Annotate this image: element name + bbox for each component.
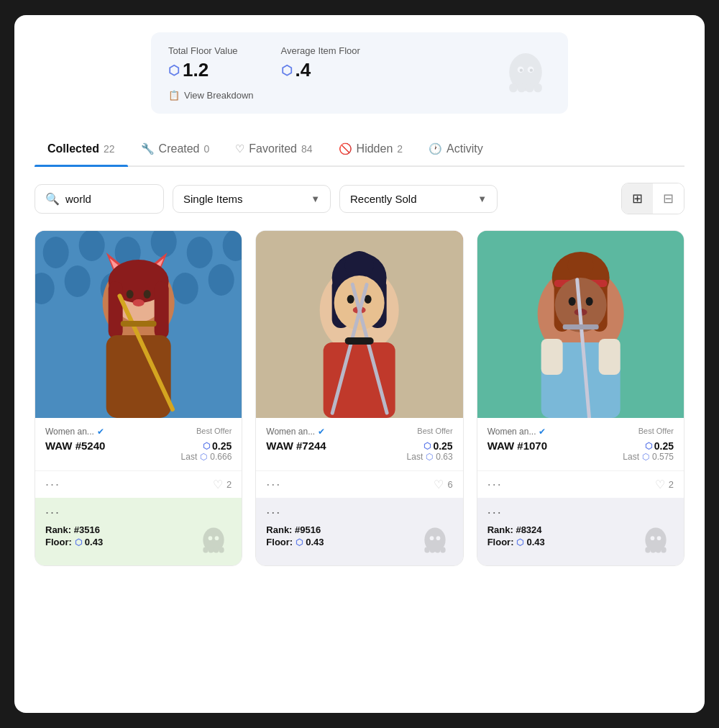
dots-menu-3[interactable]: ··· xyxy=(487,477,503,492)
footer-ghost-2 xyxy=(417,524,453,557)
recently-sold-dropdown[interactable]: Recently Sold ▼ xyxy=(339,185,498,213)
tab-favorited-label: Favorited xyxy=(249,142,297,155)
ghost-logo xyxy=(500,48,551,99)
footer-dots-2: ··· xyxy=(266,505,452,520)
svg-rect-4 xyxy=(533,83,541,92)
tab-created[interactable]: 🔧 Created 0 xyxy=(128,134,223,165)
nft-card-1: Women an... ✔ Best Offer WAW #5240 ⬡ 0.2… xyxy=(35,230,242,566)
card-name-row-1: WAW #5240 ⬡ 0.25 xyxy=(45,440,232,452)
footer-dots-1: ··· xyxy=(45,505,232,520)
svg-rect-30 xyxy=(155,281,169,339)
svg-point-10 xyxy=(43,237,69,268)
verified-icon-3: ✔ xyxy=(539,427,546,437)
eth-icon-card-3: ⬡ xyxy=(645,441,652,451)
like-btn-2[interactable]: ♡ 6 xyxy=(434,478,452,491)
eth-icon-total: ⬡ xyxy=(168,63,180,78)
eth-last-2: ⬡ xyxy=(426,452,433,462)
footer-rank-1: Rank: #3516 xyxy=(45,524,103,535)
best-offer-label-2: Best Offer xyxy=(417,427,452,435)
tab-collected[interactable]: Collected 22 xyxy=(35,134,128,165)
tab-favorited-count: 84 xyxy=(301,143,313,155)
heart-icon-3: ♡ xyxy=(655,478,665,491)
hidden-icon: 🚫 xyxy=(339,142,352,155)
stats-card: Total Floor Value ⬡ 1.2 Average Item Flo… xyxy=(151,32,568,114)
svg-point-75 xyxy=(568,297,575,306)
svg-rect-87 xyxy=(661,547,666,553)
svg-point-8 xyxy=(530,68,533,71)
search-input[interactable] xyxy=(65,193,145,205)
eth-floor-3: ⬡ xyxy=(516,537,523,547)
svg-rect-85 xyxy=(651,547,656,553)
card-image-3 xyxy=(477,231,684,418)
svg-rect-80 xyxy=(598,339,620,375)
svg-point-32 xyxy=(144,290,151,299)
svg-rect-62 xyxy=(435,547,440,553)
like-btn-1[interactable]: ♡ 2 xyxy=(213,478,232,491)
svg-point-7 xyxy=(520,68,523,71)
verified-icon-1: ✔ xyxy=(97,427,104,437)
card-image-2 xyxy=(256,231,462,418)
card-actions-3: ··· ♡ 2 xyxy=(477,470,684,498)
card-collection-1: Women an... ✔ xyxy=(45,427,104,437)
total-floor-stat: Total Floor Value ⬡ 1.2 xyxy=(168,45,238,81)
card-body-3: Women an... ✔ Best Offer WAW #1070 ⬡ 0.2… xyxy=(477,418,684,470)
card-top-1: Women an... ✔ Best Offer xyxy=(45,427,232,437)
grid-view-btn[interactable]: ⊞ xyxy=(622,183,653,214)
recently-sold-label: Recently Sold xyxy=(350,193,417,205)
svg-point-31 xyxy=(127,290,134,299)
like-btn-3[interactable]: ♡ 2 xyxy=(655,478,674,491)
card-top-3: Women an... ✔ Best Offer xyxy=(487,427,674,437)
card-top-2: Women an... ✔ Best Offer xyxy=(266,427,452,437)
footer-floor-3: Floor: ⬡ 0.43 xyxy=(487,537,545,547)
last-row-2: Last ⬡ 0.63 xyxy=(266,452,452,462)
best-offer-label-3: Best Offer xyxy=(638,427,674,435)
svg-point-43 xyxy=(215,536,219,540)
svg-point-88 xyxy=(651,536,655,540)
tab-activity[interactable]: 🕐 Activity xyxy=(416,134,496,165)
single-items-dropdown[interactable]: Single Items ▼ xyxy=(173,185,331,213)
footer-dots-3: ··· xyxy=(487,505,674,520)
card-name-3: WAW #1070 xyxy=(487,440,547,452)
tab-created-count: 0 xyxy=(204,143,210,155)
filters-bar: 🔍 Single Items ▼ Recently Sold ▼ ⊞ ⊟ xyxy=(35,183,684,214)
svg-point-20 xyxy=(173,273,198,304)
view-toggle: ⊞ ⊟ xyxy=(621,183,684,214)
svg-point-21 xyxy=(209,264,234,296)
avg-floor-stat: Average Item Floor ⬡ .4 xyxy=(281,45,360,81)
card-name-row-2: WAW #7244 ⬡ 0.25 xyxy=(266,440,452,452)
chevron-down-icon-2: ▼ xyxy=(477,194,487,204)
svg-rect-38 xyxy=(203,547,209,553)
svg-point-65 xyxy=(436,536,440,540)
svg-rect-63 xyxy=(440,547,445,553)
best-offer-value-2: ⬡ 0.25 xyxy=(423,440,452,452)
tab-hidden[interactable]: 🚫 Hidden 2 xyxy=(326,134,416,165)
card-image-1 xyxy=(35,231,242,418)
best-offer-value-1: ⬡ 0.25 xyxy=(203,440,232,452)
card-name-2: WAW #7244 xyxy=(266,440,326,452)
svg-rect-84 xyxy=(645,547,650,553)
avg-floor-value: ⬡ .4 xyxy=(281,59,360,81)
search-icon: 🔍 xyxy=(45,192,60,206)
cards-grid: Women an... ✔ Best Offer WAW #5240 ⬡ 0.2… xyxy=(35,230,684,566)
dots-menu-2[interactable]: ··· xyxy=(266,477,281,492)
tab-collected-label: Collected xyxy=(47,142,99,155)
svg-rect-41 xyxy=(219,547,224,553)
tab-collected-count: 22 xyxy=(104,143,115,155)
card-body-1: Women an... ✔ Best Offer WAW #5240 ⬡ 0.2… xyxy=(35,418,242,470)
tabs-bar: Collected 22 🔧 Created 0 ♡ Favorited 84 … xyxy=(35,134,684,167)
breakdown-icon: 📋 xyxy=(168,90,180,101)
single-items-label: Single Items xyxy=(183,193,243,205)
eth-floor-1: ⬡ xyxy=(75,537,82,547)
search-box[interactable]: 🔍 xyxy=(35,184,164,214)
view-breakdown-btn[interactable]: 📋 View Breakdown xyxy=(168,90,360,101)
svg-rect-40 xyxy=(214,547,219,553)
tab-favorited[interactable]: ♡ Favorited 84 xyxy=(222,134,325,165)
tab-created-label: Created xyxy=(159,142,200,155)
list-view-btn[interactable]: ⊟ xyxy=(653,183,684,214)
tab-hidden-label: Hidden xyxy=(357,142,393,155)
last-row-3: Last ⬡ 0.575 xyxy=(487,452,674,462)
svg-rect-2 xyxy=(518,83,526,92)
svg-rect-39 xyxy=(209,547,214,553)
dots-menu-1[interactable]: ··· xyxy=(45,477,60,492)
heart-icon-2: ♡ xyxy=(434,478,444,491)
